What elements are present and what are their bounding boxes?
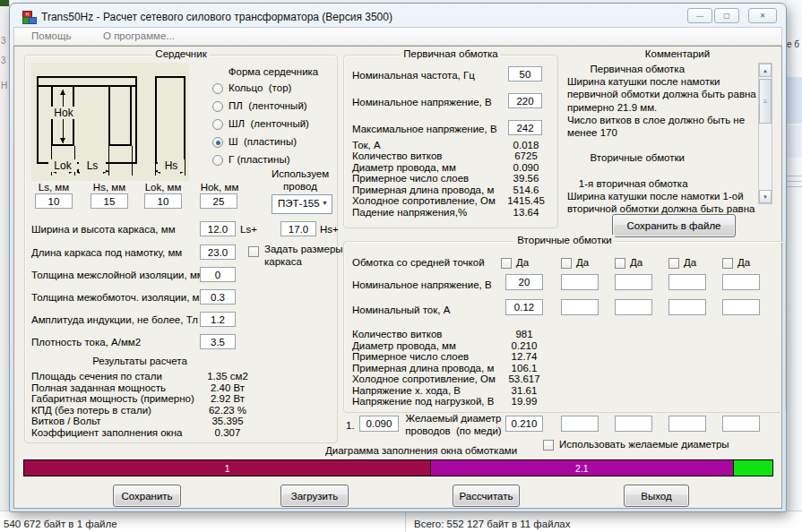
- midpoint-checkbox-label: Да: [737, 257, 750, 270]
- result-value: 106.1: [487, 363, 562, 373]
- fill-diagram-title: Диаграмма заполнения окна обмотками: [325, 445, 513, 458]
- background-selection-band: [786, 125, 802, 158]
- save-to-file-button[interactable]: Сохранить в файле: [612, 214, 736, 237]
- secondary-voltage-input-2[interactable]: [561, 274, 599, 290]
- results-title: Результаты расчета: [50, 356, 229, 368]
- secondary-current-input-4[interactable]: [668, 299, 706, 315]
- radio-core-shape-g[interactable]: Г (пластины): [212, 154, 334, 168]
- radio-icon: [212, 137, 223, 148]
- result-value: 1415.45: [490, 195, 562, 206]
- secondary-current-input-2[interactable]: [561, 299, 599, 315]
- window-titlebar[interactable]: H Trans50Hz - Расчет сетевого силового т…: [11, 4, 785, 27]
- app-icon: H: [22, 10, 36, 23]
- midpoint-checkbox-5[interactable]: [722, 258, 733, 269]
- secondary-voltage-input-5[interactable]: [722, 274, 760, 290]
- hs-label: Hs: [158, 159, 185, 172]
- menu-item-help[interactable]: Помощь: [31, 30, 71, 41]
- midpoint-checkbox-1[interactable]: [501, 258, 512, 269]
- load-button[interactable]: Загрузить: [280, 485, 349, 507]
- ls-label: Ls, мм: [35, 182, 73, 194]
- radio-icon: [212, 155, 223, 166]
- use-desired-label: Использовать желаемые диаметры: [559, 439, 729, 451]
- midpoint-checkbox-label: Да: [684, 257, 696, 270]
- exit-button[interactable]: Выход: [624, 485, 689, 507]
- scroll-up-button[interactable]: ▲: [759, 64, 772, 77]
- menu-item-about[interactable]: О программе...: [103, 30, 175, 41]
- desired-diameter-primary-input[interactable]: [359, 416, 399, 432]
- lok-input[interactable]: [144, 193, 182, 209]
- secondary-group-title: Вторичные обмотки: [513, 235, 615, 245]
- set-frame-size-checkbox[interactable]: [248, 246, 259, 257]
- secondary-current-input-5[interactable]: [722, 299, 760, 315]
- secondary-current-input-1[interactable]: [505, 299, 543, 315]
- radio-core-shape-pl[interactable]: ПЛ (ленточный): [212, 100, 334, 115]
- midpoint-checkbox-3[interactable]: [615, 258, 625, 269]
- desired-diameter-input-5[interactable]: [722, 416, 760, 432]
- hs-input[interactable]: [91, 193, 128, 209]
- frame-wh-label: Ширина и высота каркаса, мм: [31, 224, 176, 236]
- fill-segment-secondary: 2.1: [431, 460, 733, 476]
- save-button[interactable]: Сохранить: [113, 485, 181, 507]
- result-value: 0.090: [490, 162, 562, 173]
- frame-height-input[interactable]: [280, 221, 316, 236]
- radio-core-shape-shl[interactable]: ШЛ (ленточный): [212, 118, 334, 133]
- arrow-up-icon: ▲: [763, 68, 768, 73]
- secondary-current-input-3[interactable]: [615, 299, 652, 315]
- induction-input[interactable]: [200, 312, 236, 327]
- nominal-voltage-label: Номинальное напряжение, В: [352, 97, 492, 109]
- desired-diameter-input-1[interactable]: [505, 416, 543, 432]
- scroll-thumb[interactable]: ≡: [759, 79, 772, 124]
- screen: 3 3 H е б 540 672 байт в 1 файле Всего: …: [0, 0, 802, 532]
- statusbar-left-text: 540 672 байт в 1 файле: [4, 519, 117, 529]
- frequency-label: Номинальная частота, Гц: [352, 70, 475, 82]
- result-value: 19.99: [487, 396, 562, 407]
- result-value: 981: [487, 329, 562, 339]
- comment-scrollbar[interactable]: ▲ ≡ ▼: [758, 63, 772, 204]
- frequency-input[interactable]: [508, 66, 542, 82]
- current-density-label: Плотность тока, А/мм2: [31, 337, 141, 349]
- result-label: Холодное сопротивление, Ом: [352, 373, 496, 386]
- frame-length-label: Длина каркаса под намотку, мм: [31, 247, 182, 260]
- app-window: H Trans50Hz - Расчет сетевого силового т…: [9, 3, 787, 512]
- use-desired-checkbox[interactable]: [543, 440, 554, 450]
- maximize-button[interactable]: ▢: [714, 8, 739, 23]
- midpoint-checkbox-4[interactable]: [668, 258, 679, 269]
- interwinding-insulation-input[interactable]: [200, 289, 236, 305]
- background-text-fragment: H: [1, 81, 7, 90]
- scroll-down-button[interactable]: ▼: [759, 190, 772, 203]
- ls-input[interactable]: [35, 193, 73, 209]
- secondary-voltage-input-4[interactable]: [668, 274, 706, 290]
- frame-length-input[interactable]: [200, 245, 236, 260]
- result-value: 39.56: [490, 173, 562, 184]
- current-density-input[interactable]: [200, 334, 236, 349]
- radio-core-shape-ring[interactable]: Кольцо (тор): [212, 82, 334, 97]
- result-value: 62.23 %: [178, 405, 277, 416]
- result-label: Холодное сопротивление, Ом: [352, 195, 496, 208]
- result-label: Коэффициент заполнения окна: [31, 427, 182, 440]
- background-text-fragment: 3: [1, 36, 6, 46]
- secondary-voltage-input-1[interactable]: [505, 274, 543, 290]
- midpoint-checkbox-2[interactable]: [561, 258, 572, 269]
- close-button[interactable]: ✕: [748, 8, 777, 23]
- max-voltage-input[interactable]: [508, 120, 542, 135]
- lok-label: Lok: [48, 159, 77, 172]
- desired-index-label: 1.: [346, 420, 355, 433]
- radio-core-shape-sh[interactable]: Ш (пластины): [212, 136, 334, 150]
- frame-hs-suffix: Hs+: [320, 224, 339, 236]
- radio-icon: [212, 101, 223, 112]
- desired-diameter-input-4[interactable]: [668, 416, 706, 432]
- result-label: Количество витков: [352, 150, 442, 163]
- wire-select[interactable]: ПЭТ-155 ▼: [272, 194, 332, 214]
- desired-diameter-input-2[interactable]: [561, 416, 599, 432]
- frame-width-input[interactable]: [200, 221, 236, 236]
- fill-segment-primary: 1: [24, 460, 431, 476]
- maximize-icon: ▢: [723, 12, 730, 20]
- nominal-voltage-input[interactable]: [508, 93, 542, 108]
- desired-diameter-input-3[interactable]: [615, 416, 652, 432]
- hok-input[interactable]: [200, 193, 237, 209]
- minimize-button[interactable]: —: [687, 8, 712, 23]
- result-value: 0.018: [490, 140, 562, 150]
- interlayer-insulation-input[interactable]: [200, 267, 236, 282]
- secondary-voltage-input-3[interactable]: [615, 274, 652, 290]
- calculate-button[interactable]: Рассчитать: [453, 485, 520, 507]
